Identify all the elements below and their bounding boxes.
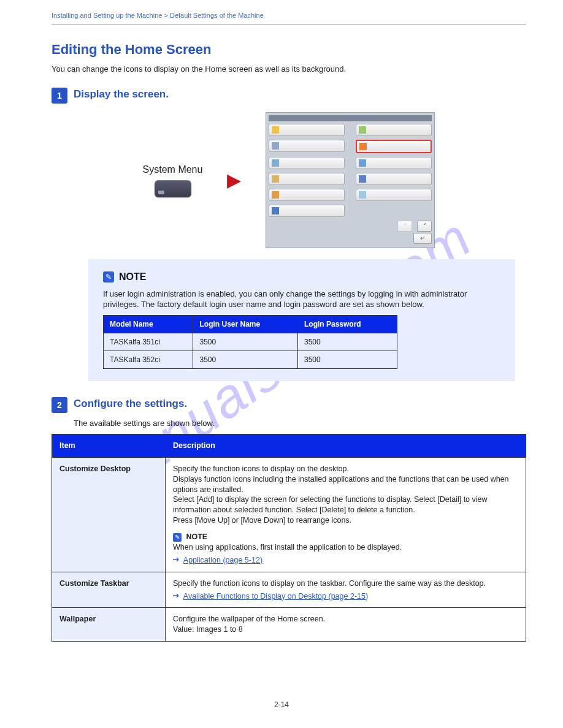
nav-up-icon: ˄ [397,221,412,232]
reference-link[interactable]: Application (page 5-12) [183,556,262,564]
lead-paragraph: You can change the icons to display on t… [52,64,526,75]
step-2: 2 Configure the settings. [52,397,526,413]
note-title: NOTE [119,270,146,284]
table-row: Customize Desktop Specify the function i… [52,457,526,572]
login-head-user: Login User Name [193,315,298,333]
item-wallpaper: Wallpaper [52,608,166,642]
system-menu-caption: System Menu [143,163,203,176]
login-head-model: Model Name [104,315,193,333]
header-chapter: Installing and Setting up the Machine > … [52,11,526,20]
reference-arrow-icon [173,556,182,563]
home-screen-mockup: ˄ ˅ ↵ [266,112,435,248]
home-icon-highlight [356,140,432,153]
value-line: Value: Images 1 to 8 [173,624,518,635]
inline-note-text: When using applications, first install t… [173,542,518,553]
settings-head-desc: Description [166,434,526,457]
settings-intro: The available settings are shown below. [74,418,526,429]
settings-table: Item Description Customize Desktop Speci… [52,434,526,642]
desc-text: Specify the function icons to display on… [173,464,518,526]
page-header: Installing and Setting up the Machine > … [52,11,526,23]
step-label: Configure the settings. [74,397,187,411]
system-menu-key-icon [155,180,191,197]
page-number: 2-14 [0,700,563,710]
login-credentials-table: Model Name Login User Name Login Passwor… [103,315,397,370]
page-content: Installing and Setting up the Machine > … [52,11,526,642]
item-customize-desktop: Customize Desktop [52,457,166,572]
step-number: 2 [52,397,67,413]
table-row: Wallpaper Configure the wallpaper of the… [52,608,526,642]
item-customize-taskbar: Customize Taskbar [52,572,166,608]
desc-text: Specify the function icons to display on… [173,578,518,589]
reference-arrow-icon [173,593,182,599]
note-body: If user login administration is enabled,… [103,289,500,310]
note-icon: ✎ [103,271,114,282]
figure-row: System Menu ▶ ˄ ˅ [52,112,526,248]
arrow-icon: ▶ [227,168,241,193]
desc-text: Configure the wallpaper of the Home scre… [173,614,518,624]
table-row: TASKalfa 351ci 3500 3500 [104,333,397,351]
system-menu-graphic: System Menu [143,163,203,197]
settings-head-item: Item [52,434,166,457]
page-title: Editing the Home Screen [52,40,526,59]
login-head-pass: Login Password [298,315,397,333]
header-rule [52,24,526,25]
reference-link[interactable]: Available Functions to Display on Deskto… [183,592,368,601]
table-row: TASKalfa 352ci 3500 3500 [104,351,397,369]
step-number: 1 [52,88,67,104]
table-row: Customize Taskbar Specify the function i… [52,572,526,608]
step-label: Display the screen. [74,88,169,102]
step-1: 1 Display the screen. [52,88,526,104]
inline-note-label: NOTE [186,533,207,541]
note-box: ✎ NOTE If user login administration is e… [88,259,515,381]
nav-down-icon: ˅ [417,221,432,232]
enter-icon: ↵ [413,233,432,244]
note-icon: ✎ [173,533,182,542]
